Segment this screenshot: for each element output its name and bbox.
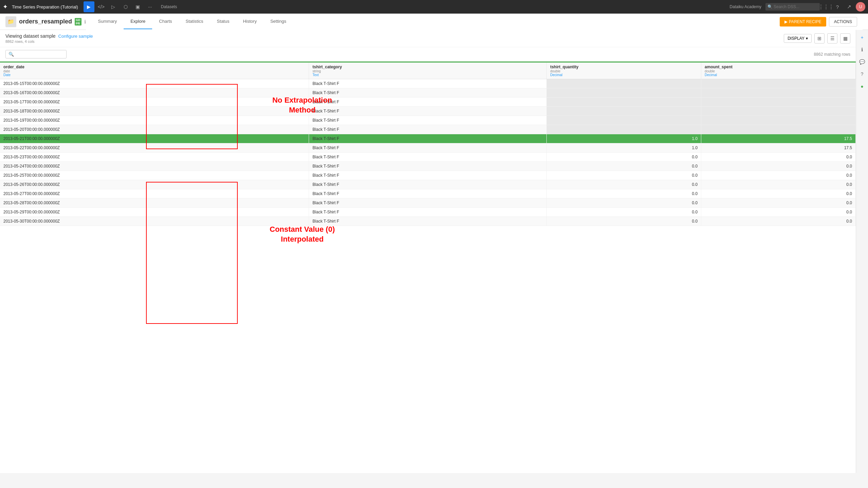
col-header-tshirt-category: tshirt_category string Text — [309, 62, 547, 79]
tab-statistics[interactable]: Statistics — [179, 14, 210, 29]
cell-tshirt-category: Black T-Shirt F — [309, 162, 547, 171]
cell-tshirt-quantity: 0.0 — [547, 171, 701, 180]
table-row: 2013-05-28T00:00:00.000000ZBlack T-Shirt… — [0, 198, 856, 208]
more-nav-icon[interactable]: ··· — [145, 1, 156, 12]
tab-status[interactable]: Status — [210, 14, 236, 29]
cell-tshirt-quantity: 1.0 — [547, 143, 701, 153]
comment-panel-icon[interactable]: 💬 — [857, 57, 867, 67]
table-row: 2013-05-15T00:00:00.000000ZBlack T-Shirt… — [0, 79, 856, 88]
cell-tshirt-category: Black T-Shirt F — [309, 153, 547, 162]
help-icon[interactable]: ? — [833, 2, 842, 12]
cell-amount-spent — [701, 98, 856, 107]
table-row: 2013-05-22T00:00:00.000000ZBlack T-Shirt… — [0, 143, 856, 153]
viewing-header: Viewing dataset sample Configure sample … — [0, 30, 856, 47]
table-search-input[interactable] — [15, 52, 63, 57]
cell-amount-spent — [701, 79, 856, 88]
tab-charts[interactable]: Charts — [152, 14, 179, 29]
cell-amount-spent — [701, 107, 856, 116]
cell-order-date: 2013-05-27T00:00:00.000000Z — [0, 189, 309, 198]
actions-button[interactable]: ACTIONS — [829, 17, 857, 27]
cell-tshirt-quantity — [547, 125, 701, 134]
cell-tshirt-quantity: 0.0 — [547, 153, 701, 162]
table-header-row: order_date date Date tshirt_category str… — [0, 62, 856, 79]
parent-recipe-button[interactable]: ▶ PARENT RECIPE — [780, 17, 826, 27]
tab-explore[interactable]: Explore — [124, 14, 152, 29]
flow-nav-icon[interactable]: ▶ — [84, 1, 94, 12]
table-row: 2013-05-27T00:00:00.000000ZBlack T-Shirt… — [0, 189, 856, 198]
cell-order-date: 2013-05-18T00:00:00.000000Z — [0, 107, 309, 116]
global-search-input[interactable] — [765, 3, 820, 11]
dataset-folder-icon: 📁 — [5, 16, 16, 27]
right-sidebar: + ℹ 💬 ? ● — [856, 30, 868, 473]
chevron-down-icon: ▾ — [806, 36, 808, 41]
table-row: 2013-05-30T00:00:00.000000ZBlack T-Shirt… — [0, 217, 856, 226]
apps-grid-icon[interactable]: ⋮⋮⋮ — [821, 2, 831, 12]
tab-history[interactable]: History — [236, 14, 263, 29]
cell-order-date: 2013-05-26T00:00:00.000000Z — [0, 180, 309, 189]
cell-amount-spent: 17.5 — [701, 134, 856, 143]
git-nav-icon[interactable]: </> — [96, 1, 107, 12]
cell-tshirt-category: Black T-Shirt F — [309, 116, 547, 125]
viewing-title: Viewing dataset sample — [5, 33, 56, 39]
run-nav-icon[interactable]: ▷ — [108, 1, 119, 12]
cell-order-date: 2013-05-29T00:00:00.000000Z — [0, 208, 309, 217]
list-view-button[interactable]: ☰ — [827, 33, 837, 43]
datasets-nav-btn[interactable]: Datasets — [158, 3, 180, 11]
cell-tshirt-category: Black T-Shirt F — [309, 208, 547, 217]
tab-summary[interactable]: Summary — [91, 14, 124, 29]
dashboard-nav-icon[interactable]: ▣ — [132, 1, 143, 12]
configure-sample-link[interactable]: Configure sample — [58, 34, 93, 39]
table-row: 2013-05-26T00:00:00.000000ZBlack T-Shirt… — [0, 180, 856, 189]
grid-view-button[interactable]: ⊞ — [814, 33, 825, 43]
cell-amount-spent: 0.0 — [701, 217, 856, 226]
col-header-amount-spent: amount_spent double Decimal — [701, 62, 856, 79]
tab-navigation: Summary Explore Charts Statistics Status… — [86, 14, 863, 30]
cell-amount-spent: 0.0 — [701, 198, 856, 208]
search-icon: 🔍 — [767, 4, 773, 9]
cell-amount-spent: 0.0 — [701, 180, 856, 189]
table-row: 2013-05-18T00:00:00.000000ZBlack T-Shirt… — [0, 107, 856, 116]
cell-tshirt-quantity — [547, 98, 701, 107]
info-panel-icon[interactable]: ℹ — [857, 45, 867, 54]
table-row: 2013-05-20T00:00:00.000000ZBlack T-Shirt… — [0, 125, 856, 134]
deploy-nav-icon[interactable]: ⬡ — [120, 1, 131, 12]
table-search-row: 🔍 8862 matching rows — [0, 47, 856, 62]
cell-amount-spent — [701, 116, 856, 125]
dataiku-academy-link[interactable]: Dataiku Academy — [727, 3, 764, 11]
cell-tshirt-quantity — [547, 88, 701, 98]
cell-order-date: 2013-05-21T00:00:00.000000Z — [0, 134, 309, 143]
chart-view-button[interactable]: ▦ — [840, 33, 850, 43]
cell-tshirt-category: Black T-Shirt F — [309, 198, 547, 208]
cell-tshirt-category: Black T-Shirt F — [309, 134, 547, 143]
cell-tshirt-category: Black T-Shirt F — [309, 180, 547, 189]
table-row: 2013-05-23T00:00:00.000000ZBlack T-Shirt… — [0, 153, 856, 162]
constant-value-label: Constant Value (0)Interpolated — [248, 225, 357, 244]
cell-amount-spent: 17.5 — [701, 143, 856, 153]
table-search-box[interactable]: 🔍 — [5, 50, 67, 58]
display-button[interactable]: DISPLAY ▾ — [784, 34, 812, 43]
table-row: 2013-05-16T00:00:00.000000ZBlack T-Shirt… — [0, 88, 856, 98]
cell-tshirt-quantity — [547, 79, 701, 88]
expand-panel-icon[interactable]: + — [857, 33, 867, 42]
status-panel-icon[interactable]: ● — [857, 82, 867, 91]
user-avatar[interactable]: U — [856, 2, 865, 12]
app-logo: ✦ — [3, 3, 8, 11]
dataset-badge: GDPR — [75, 18, 82, 25]
cell-amount-spent — [701, 125, 856, 134]
top-navigation: ✦ Time Series Preparation (Tutorial) ▶ <… — [0, 0, 868, 14]
cell-order-date: 2013-05-17T00:00:00.000000Z — [0, 98, 309, 107]
help-panel-icon[interactable]: ? — [857, 69, 867, 79]
cell-tshirt-category: Black T-Shirt F — [309, 143, 547, 153]
cell-order-date: 2013-05-23T00:00:00.000000Z — [0, 153, 309, 162]
tab-settings[interactable]: Settings — [264, 14, 293, 29]
main-panel: Viewing dataset sample Configure sample … — [0, 30, 856, 473]
cell-tshirt-category: Black T-Shirt F — [309, 125, 547, 134]
cell-amount-spent: 0.0 — [701, 162, 856, 171]
table-row: 2013-05-29T00:00:00.000000ZBlack T-Shirt… — [0, 208, 856, 217]
trending-icon[interactable]: ↗ — [844, 2, 854, 12]
cell-order-date: 2013-05-16T00:00:00.000000Z — [0, 88, 309, 98]
cell-order-date: 2013-05-20T00:00:00.000000Z — [0, 125, 309, 134]
table-row: 2013-05-17T00:00:00.000000ZBlack T-Shirt… — [0, 98, 856, 107]
row-count-label: 8862 rows, 4 cols — [5, 39, 35, 43]
cell-order-date: 2013-05-30T00:00:00.000000Z — [0, 217, 309, 226]
